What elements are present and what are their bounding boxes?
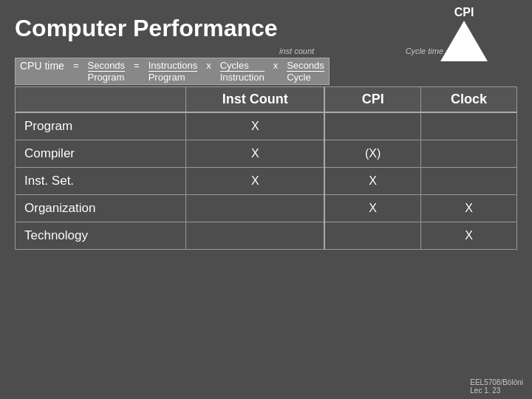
cycle-bot: Cycle	[287, 72, 324, 83]
row-label: Inst. Set.	[16, 168, 186, 195]
cycles-instruction: Cycles Instruction	[216, 58, 269, 85]
row-clock: X	[420, 195, 516, 222]
seconds-program: Seconds Program	[83, 58, 130, 85]
table-row: OrganizationXX	[16, 195, 517, 222]
cycles-top: Cycles	[220, 60, 265, 72]
row-clock: X	[420, 222, 516, 250]
row-label: Technology	[16, 222, 186, 250]
instructions-program: Instructions Program	[144, 58, 202, 85]
program2-bot: Program	[149, 72, 197, 83]
row-clock	[420, 140, 516, 168]
table-row: ProgramX	[16, 112, 517, 140]
cpi-label: CPI	[454, 6, 474, 19]
row-cpi	[324, 222, 420, 250]
cycle-time-label: Cycle time	[406, 47, 443, 55]
formula-eq1: =	[69, 58, 83, 85]
instructions-top: Instructions	[149, 60, 197, 72]
row-inst-count: X	[186, 112, 325, 140]
row-inst-count: X	[186, 168, 325, 195]
instruction-bot: Instruction	[220, 72, 265, 83]
row-clock	[420, 168, 516, 195]
row-cpi: X	[324, 195, 420, 222]
row-cpi: (X)	[324, 140, 420, 168]
page-container: CPI Computer Performance inst count Cycl…	[0, 0, 532, 399]
row-clock	[420, 112, 516, 140]
program-bot: Program	[88, 72, 126, 83]
inst-count-label: inst count	[279, 47, 314, 55]
row-cpi	[324, 112, 420, 140]
formula-x2: x	[269, 58, 283, 85]
main-table: Inst Count CPI Clock ProgramXCompilerX(X…	[15, 86, 517, 250]
watermark-line2: Lec 1. 23	[470, 386, 523, 395]
watermark-line1: EEL5708/Bölöni	[470, 378, 523, 386]
seconds2-top: Seconds	[287, 60, 324, 72]
table-row: Inst. Set.XX	[16, 168, 517, 195]
row-cpi: X	[324, 168, 420, 195]
row-label: Program	[16, 112, 186, 140]
header-cpi: CPI	[324, 87, 420, 113]
header-empty	[16, 87, 186, 113]
row-inst-count: X	[186, 140, 325, 168]
formula-eq2: =	[129, 58, 144, 85]
row-label: Organization	[16, 195, 186, 222]
header-inst-count: Inst Count	[186, 87, 325, 113]
watermark: EEL5708/Bölöni Lec 1. 23	[470, 378, 523, 395]
cpu-time-label: CPU time	[16, 58, 69, 85]
formula-bar: CPU time = Seconds Program = Instruction…	[15, 58, 330, 85]
formula-x1: x	[202, 58, 216, 85]
seconds-top: Seconds	[88, 60, 126, 72]
header-clock: Clock	[420, 87, 516, 113]
row-label: Compiler	[16, 140, 186, 168]
row-inst-count	[186, 222, 325, 250]
seconds-cycle: Seconds Cycle	[282, 58, 329, 85]
table-row: CompilerX(X)	[16, 140, 517, 168]
table-row: TechnologyX	[16, 222, 517, 250]
row-inst-count	[186, 195, 325, 222]
table-header-row: Inst Count CPI Clock	[16, 87, 517, 113]
